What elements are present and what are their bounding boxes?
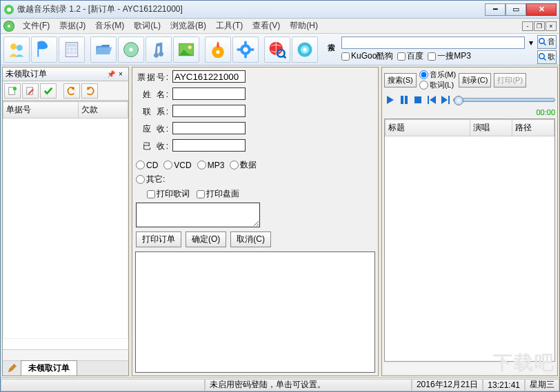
orders-table[interactable]: 单据号 欠款 [3,101,128,349]
menu-browser[interactable]: 浏览器(B) [166,19,210,33]
mdi-restore-button[interactable]: ❐ [534,21,545,31]
rp-print-button[interactable]: 打印(P) [494,73,526,87]
kugoo-checkbox[interactable]: KuGoo酷狗 [341,50,393,62]
tool-burn-icon[interactable] [205,37,231,63]
lp-undo-button[interactable] [63,83,80,99]
tracks-table[interactable]: 标题 演唱 路径 [384,118,555,362]
mdi-min-button[interactable]: - [522,21,533,31]
stop-button[interactable] [412,94,424,106]
left-scroll[interactable] [3,349,128,360]
rp-burn-button[interactable]: 刻录(C) [459,73,491,87]
contact-input[interactable] [172,105,246,117]
svg-point-17 [188,45,192,48]
col-ticket-no[interactable]: 单据号 [3,102,79,118]
print-order-button[interactable]: 打印订单 [136,231,181,247]
radio-data[interactable]: 数据 [230,159,257,171]
minimize-button[interactable] [485,3,506,16]
tool-folder-open-icon[interactable] [90,37,117,63]
pause-button[interactable] [398,94,410,106]
rp-radio-music[interactable]: 音乐(M) [419,70,457,80]
tool-image-icon[interactable] [173,37,199,63]
svg-point-37 [13,86,17,90]
yisou-checkbox[interactable]: 一搜MP3 [428,50,471,62]
lbl-ticket: 票据号: [135,70,170,85]
rp-search-button[interactable]: 搜索(S) [384,73,417,87]
svg-rect-25 [250,48,254,51]
tool-calc-icon[interactable] [59,37,85,63]
maximize-button[interactable] [506,3,526,16]
menu-music[interactable]: 音乐(M) [91,19,128,33]
chk-print-cover[interactable]: 打印盘面 [197,188,239,200]
menu-view[interactable]: 查看(V) [248,19,284,33]
svg-line-33 [544,43,546,45]
search-input[interactable] [341,37,525,49]
svg-rect-11 [67,51,70,54]
editor-area[interactable] [135,251,375,373]
paid-input[interactable] [172,139,246,152]
pin-icon[interactable]: 📌 [106,70,116,79]
menu-tools[interactable]: 工具(T) [212,19,247,33]
left-tab[interactable]: 未领取订单 [21,360,77,375]
prev-button[interactable] [426,94,438,106]
col-path[interactable]: 路径 [512,120,554,136]
rp-radio-lyric[interactable]: 歌词(L) [419,80,457,90]
recv-input[interactable] [172,122,246,134]
menu-help[interactable]: 帮助(H) [286,19,322,33]
chk-print-lyric[interactable]: 打印歌词 [147,188,190,200]
ticket-input[interactable] [172,70,246,83]
menu-bar: 文件(F) 票据(J) 音乐(M) 歌词(L) 浏览器(B) 工具(T) 查看(… [1,19,559,34]
ok-button[interactable]: 确定(O) [186,231,226,247]
close-button[interactable] [526,3,557,16]
player-controls [384,94,555,106]
lp-check-button[interactable] [40,83,57,99]
tool-note-icon[interactable] [146,37,172,63]
status-message[interactable]: 未启用密码登陆，单击可设置。 [205,379,412,391]
lp-new-button[interactable] [4,83,21,99]
search-lyrics-button[interactable]: 歌 [537,50,557,64]
pane-close-icon[interactable]: × [116,70,126,79]
radio-vcd[interactable]: VCD [163,161,191,170]
svg-rect-12 [70,51,73,54]
lp-redo-button[interactable] [81,83,98,99]
menu-file[interactable]: 文件(F) [19,19,54,33]
mdi-close-button[interactable]: × [546,21,557,31]
play-button[interactable] [384,94,397,106]
radio-mp3[interactable]: MP3 [197,161,225,170]
radio-cd[interactable]: CD [136,161,158,170]
tool-users-icon[interactable] [3,37,30,63]
menu-ticket[interactable]: 票据(J) [55,19,90,33]
status-bar: 未启用密码登陆，单击可设置。 2016年12月21日 13:21:41 星期三 [1,378,559,391]
menu-lyrics[interactable]: 歌词(L) [130,19,165,33]
app-icon [3,4,14,15]
tool-gear-icon[interactable] [232,37,259,63]
tool-flag-icon[interactable] [31,37,57,63]
col-title[interactable]: 标题 [386,120,470,136]
title-bar: 傲越音乐刻录 1.2 - [新订单 - AYC161221000] [1,1,559,19]
lbl-paid: 已 收: [135,139,170,154]
tool-disc-icon[interactable] [118,37,144,63]
other-textarea[interactable] [136,203,260,227]
status-date: 2016年12月21日 [412,379,483,391]
svg-point-34 [539,53,545,59]
svg-point-15 [129,48,132,51]
status-time: 13:21:41 [483,379,525,391]
next-button[interactable] [439,94,452,106]
lbl-contact: 联 系: [135,105,170,119]
svg-rect-8 [67,48,70,50]
radio-other[interactable]: 其它: [136,174,165,185]
col-debt[interactable]: 欠款 [78,102,128,118]
col-singer[interactable]: 演唱 [470,120,512,136]
svg-rect-22 [244,41,247,44]
tool-globe-search-icon[interactable] [264,37,290,63]
cancel-button[interactable]: 取消(C) [230,231,271,247]
tool-blue-disc-icon[interactable] [292,37,318,63]
seek-slider[interactable] [453,98,555,102]
right-scroll[interactable] [384,364,555,373]
svg-point-32 [539,38,545,43]
baidu-checkbox[interactable]: 百度 [397,50,423,62]
lp-edit-button[interactable] [22,83,39,99]
svg-rect-10 [74,48,77,50]
name-input[interactable] [172,87,246,100]
search-music-button[interactable]: 音 [537,35,557,49]
svg-line-35 [544,58,546,60]
